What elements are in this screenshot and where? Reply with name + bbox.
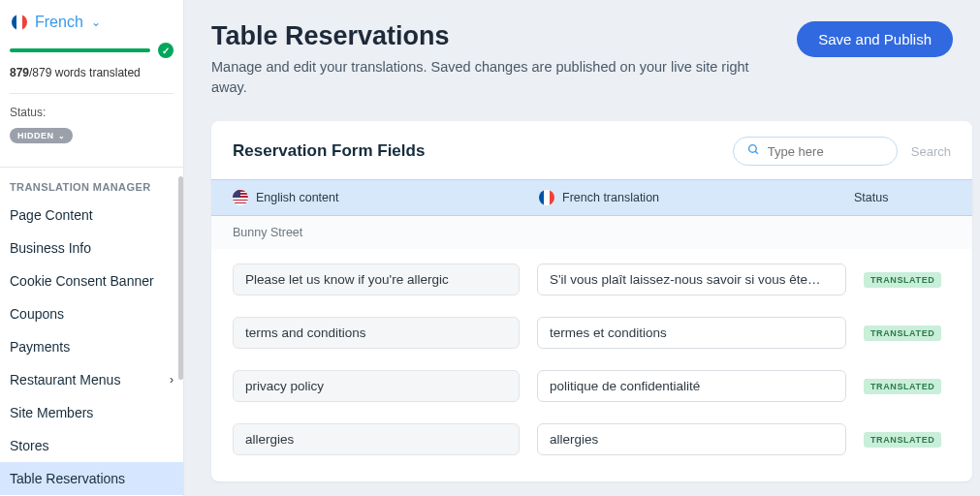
flag-fr-icon [12, 15, 27, 30]
check-circle-icon: ✓ [158, 43, 174, 58]
translation-row: Please let us know if you're allergicS'i… [233, 253, 951, 306]
svg-point-0 [748, 145, 756, 153]
sidebar-item-stores[interactable]: Stores [0, 429, 183, 462]
french-cell[interactable]: allergies [537, 423, 846, 455]
status-badge: TRANSLATED [864, 272, 941, 288]
french-cell[interactable]: politique de confidentialité [537, 370, 846, 402]
sidebar-item-label: Stores [10, 438, 48, 453]
column-headers: English content French translation Statu… [211, 179, 972, 216]
search-box[interactable] [733, 137, 898, 166]
sidebar-item-business-info[interactable]: Business Info [0, 232, 183, 264]
translation-row: allergiesallergiesTRANSLATED [233, 413, 951, 466]
status-badge: TRANSLATED [864, 432, 941, 448]
main: Table Reservations Manage and edit your … [184, 0, 980, 496]
translation-row: privacy policypolitique de confidentiali… [233, 359, 951, 413]
status-cell: TRANSLATED [864, 432, 951, 448]
sidebar-item-label: Table Reservations [10, 471, 125, 486]
sidebar-item-label: Restaurant Menus [10, 372, 120, 388]
col-french: French translation [562, 191, 659, 204]
page-subtitle: Manage and edit your translations. Saved… [211, 57, 774, 98]
sidebar-item-table-reservations[interactable]: Table Reservations [0, 462, 183, 495]
sidebar-item-label: Page Content [10, 207, 93, 223]
sidebar-item-coupons[interactable]: Coupons [0, 297, 183, 330]
sidebar-item-label: Cookie Consent Banner [10, 273, 154, 289]
sidebar-item-restaurant-menus[interactable]: Restaurant Menus› [0, 363, 183, 396]
english-cell[interactable]: terms and conditions [233, 317, 520, 349]
status-badge: TRANSLATED [864, 326, 941, 341]
english-cell[interactable]: privacy policy [233, 370, 520, 402]
status-cell: TRANSLATED [864, 326, 951, 341]
translation-row: terms and conditionstermes et conditions… [233, 306, 951, 359]
english-cell[interactable]: Please let us know if you're allergic [233, 264, 520, 295]
sidebar-item-label: Site Members [10, 405, 93, 420]
chevron-down-icon: ⌄ [58, 132, 66, 140]
svg-line-1 [755, 151, 758, 154]
chevron-down-icon: ⌄ [91, 16, 101, 29]
page-title: Table Reservations [211, 21, 774, 51]
sidebar-item-cookie-consent-banner[interactable]: Cookie Consent Banner [0, 264, 183, 297]
status-label: Status: [10, 106, 174, 119]
sidebar-item-payments[interactable]: Payments [0, 330, 183, 363]
card-title: Reservation Form Fields [233, 141, 425, 161]
nav-list: Page ContentBusiness InfoCookie Consent … [0, 199, 183, 495]
progress-text: 879/879 words translated [10, 66, 174, 79]
status-value: HIDDEN [17, 131, 54, 140]
search-link[interactable]: Search [911, 144, 951, 159]
language-selector[interactable]: French ⌄ [10, 10, 174, 33]
flag-us-icon [233, 190, 248, 205]
form-fields-card: Reservation Form Fields Search English c… [211, 121, 972, 481]
french-cell[interactable]: termes et conditions [537, 317, 846, 349]
sidebar-item-label: Business Info [10, 240, 91, 256]
status-badge: TRANSLATED [864, 379, 941, 394]
chevron-right-icon: › [170, 373, 174, 387]
status-pill[interactable]: HIDDEN ⌄ [10, 128, 73, 143]
sidebar-item-site-members[interactable]: Site Members [0, 396, 183, 429]
search-icon [747, 143, 760, 159]
english-cell[interactable]: allergies [233, 423, 520, 455]
progress-bar [10, 48, 150, 52]
col-english: English content [256, 191, 338, 204]
search-input[interactable] [768, 144, 884, 159]
sidebar-item-page-content[interactable]: Page Content [0, 199, 183, 232]
sidebar-item-label: Coupons [10, 306, 64, 322]
flag-fr-icon [539, 190, 554, 205]
section-title: TRANSLATION MANAGER [0, 168, 183, 199]
col-status: Status [854, 191, 951, 204]
group-header: Bunny Street [211, 216, 972, 249]
status-cell: TRANSLATED [864, 272, 951, 288]
sidebar: French ⌄ ✓ 879/879 words translated Stat… [0, 0, 184, 496]
language-name: French [35, 14, 83, 31]
status-cell: TRANSLATED [864, 379, 951, 394]
french-cell[interactable]: S'il vous plaît laissez-nous savoir si v… [537, 264, 846, 295]
sidebar-item-label: Payments [10, 339, 70, 355]
save-publish-button[interactable]: Save and Publish [797, 21, 953, 57]
